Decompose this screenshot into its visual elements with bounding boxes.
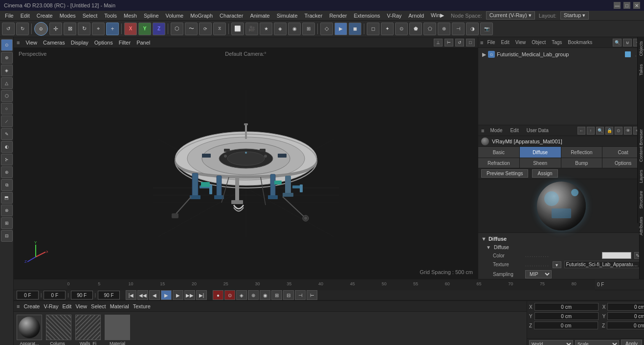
- light2-btn[interactable]: ✦: [381, 23, 394, 35]
- sep-obj[interactable]: ⊣: [452, 23, 465, 35]
- attr-search-btn[interactable]: 🔍: [596, 127, 604, 135]
- next-key-btn[interactable]: ▶: [173, 290, 183, 300]
- obj-deform-btn[interactable]: ⧖: [213, 23, 226, 35]
- vp-menu-panel[interactable]: Panel: [136, 40, 150, 46]
- coord-z-input1[interactable]: [534, 322, 598, 329]
- assign-btn[interactable]: Assign: [532, 169, 557, 178]
- key-extra2[interactable]: ⊢: [307, 290, 317, 300]
- menu-vray[interactable]: V-Ray: [384, 12, 404, 20]
- view-light-btn[interactable]: ★: [260, 23, 272, 35]
- move-btn[interactable]: ✛: [49, 23, 62, 35]
- diffuse-collapse-arrow[interactable]: ▼: [481, 236, 487, 242]
- obj-menu-edit[interactable]: Edit: [499, 39, 511, 46]
- viewport-3d[interactable]: Perspective Default Camera:° Grid Spacin…: [14, 48, 478, 279]
- rotate-btn[interactable]: ↻: [78, 23, 90, 35]
- tab-structure[interactable]: Structure: [638, 187, 644, 213]
- sidebar-uv-tool[interactable]: ⊞: [1, 217, 13, 229]
- menu-tracker[interactable]: Tracker: [302, 12, 326, 20]
- redo-btn[interactable]: ↻: [16, 23, 29, 35]
- model-mode-btn[interactable]: ⊙: [34, 22, 48, 36]
- obj-item-color[interactable]: [625, 51, 631, 57]
- tab-takes[interactable]: Takes: [638, 60, 644, 80]
- vp-menu-options[interactable]: Options: [94, 40, 113, 46]
- mat-item-apparatus[interactable]: Apparat...: [16, 314, 43, 345]
- sidebar-paint-tool[interactable]: ◐: [1, 141, 13, 153]
- key-curve-btn[interactable]: ⊞: [271, 290, 282, 300]
- mat-menu-texture[interactable]: Texture: [133, 303, 151, 309]
- mat-menu-edit[interactable]: Edit: [62, 303, 71, 309]
- preview-settings-btn[interactable]: Preview Settings: [481, 169, 528, 178]
- attr-tab-reflection[interactable]: Reflection: [561, 147, 603, 158]
- tab-content-browser[interactable]: Content Browser: [638, 125, 644, 166]
- sidebar-knife-tool[interactable]: ⊱: [1, 154, 13, 165]
- autokey-btn[interactable]: ⊙: [224, 290, 235, 300]
- vp-ctrl-3[interactable]: ↺: [455, 39, 464, 46]
- end-frame-input2[interactable]: [98, 291, 120, 299]
- axis-z-btn[interactable]: Z: [153, 23, 165, 35]
- key-all-btn[interactable]: ⊕: [248, 290, 259, 300]
- sidebar-sphere-tool[interactable]: ○: [1, 103, 13, 115]
- diffuse-sub-arrow[interactable]: ▼: [486, 245, 491, 250]
- start-frame-input[interactable]: [17, 291, 39, 299]
- sidebar-move-tool[interactable]: ⊙: [1, 39, 13, 51]
- view-cam-btn[interactable]: 🎥: [245, 23, 258, 35]
- menu-animate[interactable]: Animate: [247, 12, 272, 20]
- brush-btn[interactable]: ◑: [466, 23, 479, 35]
- mode-menu-userdata[interactable]: User Data: [525, 127, 551, 134]
- sidebar-grid-tool[interactable]: ⊟: [1, 230, 13, 242]
- coord-y-input1[interactable]: [534, 312, 599, 320]
- vp-hamburger[interactable]: ≡: [17, 40, 20, 46]
- menu-window[interactable]: Win▶: [428, 11, 447, 20]
- mat-item-material[interactable]: Material: [104, 314, 131, 345]
- obj-menu-view[interactable]: View: [513, 39, 528, 46]
- mat-btn[interactable]: ◻: [367, 23, 379, 35]
- camera-icon-btn[interactable]: 📷: [480, 23, 493, 35]
- geo3-btn[interactable]: ⊕: [438, 23, 450, 35]
- mode-hamburger[interactable]: ≡: [481, 128, 484, 134]
- menu-file[interactable]: File: [2, 12, 17, 20]
- sidebar-magnet-tool[interactable]: ⊛: [1, 166, 13, 178]
- obj-spline-btn[interactable]: 〜: [185, 23, 198, 35]
- select-btn[interactable]: ⌖: [92, 23, 105, 35]
- attr-tab-refraction[interactable]: Refraction: [478, 158, 520, 168]
- tab-layers[interactable]: Layers: [638, 166, 644, 187]
- mat-menu-material[interactable]: Material: [110, 303, 129, 309]
- play-btn[interactable]: ▶: [161, 290, 172, 300]
- render2-btn[interactable]: ◼: [349, 23, 361, 35]
- sidebar-unwrap-tool[interactable]: ⧉: [1, 179, 13, 191]
- key-extra1[interactable]: ⊣: [295, 290, 306, 300]
- view-other3[interactable]: ⊞: [302, 23, 315, 35]
- texture-dropdown-btn[interactable]: ▾: [553, 261, 561, 268]
- sidebar-poly-tool[interactable]: △: [1, 77, 13, 89]
- menu-volume[interactable]: Volume: [163, 12, 187, 20]
- cam2-btn[interactable]: ⊙: [395, 23, 408, 35]
- obj-filter-btn[interactable]: ⊌: [623, 39, 632, 46]
- timeline-ruler[interactable]: 0 5 10 15 20 25 30 35 40 45 50 55 60 65 …: [67, 279, 595, 290]
- end-frame-input1[interactable]: [71, 291, 93, 299]
- menu-spline[interactable]: Spline: [141, 12, 162, 20]
- sampling-dropdown[interactable]: MIP SAT None: [525, 270, 552, 278]
- menu-render[interactable]: Render: [326, 12, 350, 20]
- snap-btn[interactable]: ◇: [320, 23, 333, 35]
- obj-search-btn[interactable]: 🔍: [613, 39, 622, 46]
- goto-start-btn[interactable]: |◀: [126, 290, 136, 300]
- record-btn[interactable]: ●: [213, 290, 223, 300]
- menu-arnold[interactable]: Arnold: [405, 12, 427, 20]
- key-timeline-btn[interactable]: ⊟: [283, 290, 294, 300]
- attr-tab-bump[interactable]: Bump: [561, 158, 603, 168]
- attr-tab-sheen[interactable]: Sheen: [520, 158, 561, 168]
- render-btn[interactable]: ▶: [334, 23, 347, 35]
- sidebar-mat-tool[interactable]: ⊗: [1, 205, 13, 216]
- obj-menu-bookmarks[interactable]: Bookmarks: [566, 39, 594, 46]
- key-anim-btn[interactable]: ◉: [260, 290, 270, 300]
- coord-world-dropdown[interactable]: World: [529, 340, 573, 345]
- view-cube-btn[interactable]: ⬜: [231, 23, 244, 35]
- vp-menu-cameras[interactable]: Cameras: [43, 40, 65, 46]
- attr-tab-diffuse[interactable]: Diffuse: [520, 147, 561, 158]
- menu-simulate[interactable]: Simulate: [274, 12, 301, 20]
- coord-apply-btn[interactable]: Apply: [621, 340, 642, 345]
- key-sel-btn[interactable]: ◈: [236, 290, 247, 300]
- mat-menu-select[interactable]: Select: [91, 303, 106, 309]
- close-btn[interactable]: ✕: [633, 2, 640, 9]
- color-swatch[interactable]: [602, 252, 631, 259]
